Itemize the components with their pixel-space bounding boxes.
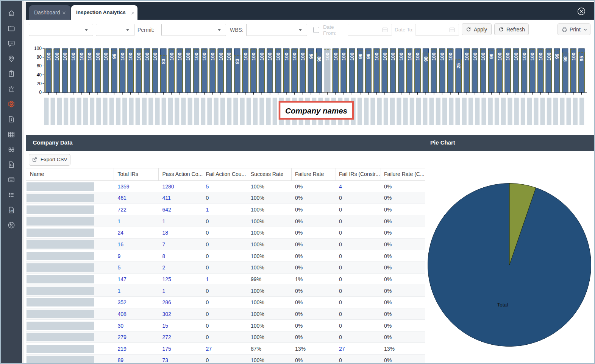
svg-text:Total: Total xyxy=(497,302,508,308)
